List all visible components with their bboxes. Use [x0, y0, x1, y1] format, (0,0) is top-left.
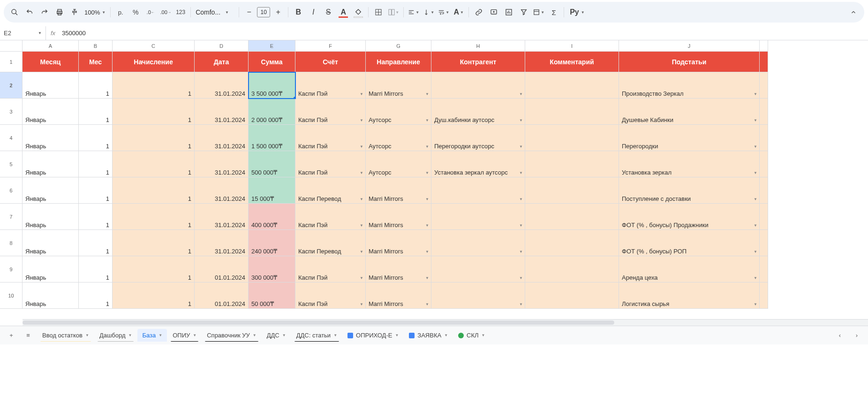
cell[interactable]: Каспи Перевод▼: [295, 230, 366, 256]
cell-dropdown-icon[interactable]: ▼: [360, 276, 363, 280]
tab-scroll-left-button[interactable]: ‹: [832, 328, 847, 343]
undo-button[interactable]: [23, 5, 37, 19]
add-sheet-button[interactable]: +: [4, 328, 19, 343]
cell[interactable]: 1 500 000₸: [249, 125, 295, 151]
cell[interactable]: Душевые Кабинки▼: [619, 99, 760, 125]
cell-dropdown-icon[interactable]: ▼: [360, 197, 363, 201]
cell[interactable]: 500 000₸: [249, 151, 295, 177]
row-header[interactable]: 2: [0, 72, 23, 99]
sheet-tab[interactable]: Справочник УУ▼: [202, 329, 261, 342]
cell[interactable]: ФОТ (% , бонусы) РОП▼: [619, 230, 760, 256]
cell[interactable]: Каспи Пэй▼: [295, 151, 366, 177]
cell[interactable]: [525, 282, 619, 309]
sheet-tab[interactable]: Дашборд▼: [95, 329, 137, 342]
row-header[interactable]: 4: [0, 125, 23, 151]
number-format-button[interactable]: 123: [174, 5, 188, 19]
cell-dropdown-icon[interactable]: ▼: [519, 145, 523, 149]
cell-dropdown-icon[interactable]: ▼: [754, 223, 757, 228]
increase-decimal-button[interactable]: .00→: [159, 5, 173, 19]
redo-button[interactable]: [38, 5, 52, 19]
cell[interactable]: 1: [113, 151, 195, 177]
cell-dropdown-icon[interactable]: ▼: [425, 250, 429, 254]
cell[interactable]: Январь: [23, 204, 79, 230]
cell[interactable]: Аутсорс▼: [366, 99, 431, 125]
cell[interactable]: 1: [113, 125, 195, 151]
cell-dropdown-icon[interactable]: ▼: [425, 197, 429, 201]
cell-dropdown-icon[interactable]: ▼: [360, 171, 363, 175]
cell[interactable]: 1: [79, 230, 113, 256]
cell[interactable]: Каспи Пэй▼: [295, 99, 366, 125]
cell[interactable]: ФОТ (% , бонусы) Продажники▼: [619, 204, 760, 230]
cell[interactable]: 1: [79, 282, 113, 309]
cell[interactable]: 50 000₸: [249, 282, 295, 309]
cell[interactable]: 1: [79, 177, 113, 204]
cell[interactable]: Поступление с доставки▼: [619, 177, 760, 204]
paint-format-button[interactable]: [68, 5, 82, 19]
cell[interactable]: 1: [79, 72, 113, 99]
row-header[interactable]: 7: [0, 204, 23, 230]
sheet-tab[interactable]: База▼: [137, 329, 167, 342]
cell[interactable]: ▼: [431, 204, 525, 230]
cell[interactable]: Производство Зеркал▼: [619, 72, 760, 99]
select-all-corner[interactable]: [0, 40, 23, 52]
cell-dropdown-icon[interactable]: ▼: [519, 171, 523, 175]
italic-button[interactable]: I: [306, 5, 320, 19]
formula-input[interactable]: 3500000: [60, 30, 868, 37]
cell[interactable]: Январь: [23, 72, 79, 99]
cell[interactable]: 1: [79, 151, 113, 177]
cell[interactable]: Marri Mirrors▼: [366, 177, 431, 204]
font-size-input[interactable]: 10: [257, 7, 270, 17]
cell[interactable]: Аутсорс▼: [366, 151, 431, 177]
cell-dropdown-icon[interactable]: ▼: [754, 171, 757, 175]
cell-dropdown-icon[interactable]: ▼: [754, 302, 757, 306]
cell[interactable]: Marri Mirrors▼: [366, 256, 431, 282]
decrease-font-button[interactable]: −: [242, 5, 256, 19]
print-button[interactable]: [53, 5, 67, 19]
cell[interactable]: ▼: [431, 282, 525, 309]
spreadsheet-grid[interactable]: ABCDEFGHIJ1МесяцМесНачислениеДатаСуммаСч…: [0, 40, 868, 319]
cell-dropdown-icon[interactable]: ▼: [360, 223, 363, 228]
cell[interactable]: Каспи Пэй▼: [295, 125, 366, 151]
column-header[interactable]: B: [79, 40, 113, 52]
cell[interactable]: 31.01.2024: [195, 177, 249, 204]
cell[interactable]: [525, 99, 619, 125]
cell-dropdown-icon[interactable]: ▼: [360, 118, 363, 122]
bold-button[interactable]: B: [291, 5, 305, 19]
row-header[interactable]: 6: [0, 177, 23, 204]
borders-button[interactable]: [371, 5, 385, 19]
cell[interactable]: 240 000₸: [249, 230, 295, 256]
cell[interactable]: 31.01.2024: [195, 204, 249, 230]
cell[interactable]: 1: [113, 230, 195, 256]
chart-button[interactable]: [502, 5, 516, 19]
halign-button[interactable]: ▼: [407, 5, 421, 19]
row-header[interactable]: 10: [0, 282, 23, 309]
sheet-tab[interactable]: ОПИУ▼: [168, 329, 201, 342]
cell-dropdown-icon[interactable]: ▼: [519, 223, 523, 228]
cell[interactable]: 1: [79, 125, 113, 151]
cell-dropdown-icon[interactable]: ▼: [425, 171, 429, 175]
column-header[interactable]: E: [249, 40, 295, 52]
currency-button[interactable]: р.: [113, 5, 128, 19]
cell-dropdown-icon[interactable]: ▼: [754, 276, 757, 280]
cell[interactable]: Marri Mirrors▼: [366, 204, 431, 230]
sheet-tab[interactable]: ЗАЯВКА▼: [404, 329, 453, 342]
cell-dropdown-icon[interactable]: ▼: [360, 92, 363, 96]
cell[interactable]: Перегородки аутсорс▼: [431, 125, 525, 151]
cell[interactable]: Установка зеркал аутсорс▼: [431, 151, 525, 177]
cell-dropdown-icon[interactable]: ▼: [360, 145, 363, 149]
cell[interactable]: Каспи Пэй▼: [295, 72, 366, 99]
filter-button[interactable]: [517, 5, 531, 19]
collapse-toolbar-button[interactable]: [846, 5, 860, 19]
cell-dropdown-icon[interactable]: ▼: [425, 92, 429, 96]
sheet-tab[interactable]: ОПРИХОД-Е▼: [343, 329, 403, 342]
cell[interactable]: ▼: [431, 177, 525, 204]
text-color-button[interactable]: A: [336, 5, 350, 19]
horizontal-scrollbar[interactable]: [23, 319, 868, 326]
sheet-tab[interactable]: СКЛ▼: [453, 329, 490, 342]
column-header[interactable]: I: [525, 40, 619, 52]
cell[interactable]: Душ.кабинки аутсорс▼: [431, 99, 525, 125]
row-header[interactable]: 5: [0, 151, 23, 177]
row-header[interactable]: 3: [0, 99, 23, 125]
cell[interactable]: Январь: [23, 256, 79, 282]
functions-button[interactable]: Σ: [547, 5, 561, 19]
